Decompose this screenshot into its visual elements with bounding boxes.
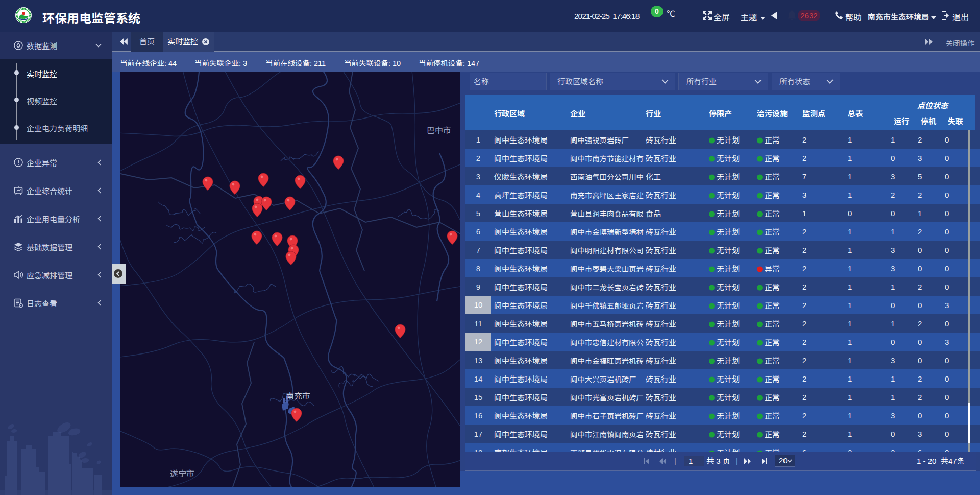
svg-text:南充市: 南充市 — [286, 389, 310, 402]
svg-text:巴中市: 巴中市 — [427, 124, 451, 136]
svg-text:遂宁市: 遂宁市 — [170, 467, 194, 479]
